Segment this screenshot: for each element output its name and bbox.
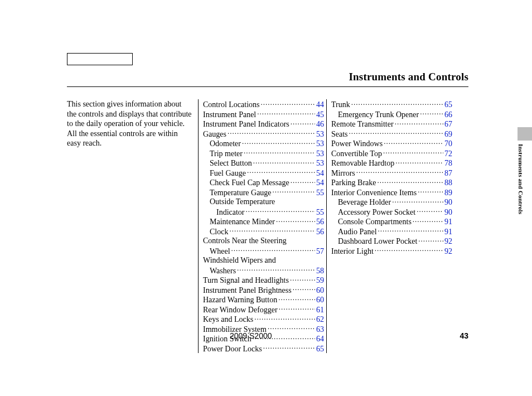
toc-entry[interactable]: Check Fuel Cap Message54 xyxy=(203,177,324,187)
toc-label: Seats xyxy=(331,129,348,139)
toc-entry[interactable]: Outside Temperature xyxy=(203,197,324,207)
toc-dots xyxy=(418,187,443,195)
toc-entry[interactable]: Hazard Warning Button60 xyxy=(203,294,324,305)
toc-entry[interactable]: Gauges53 xyxy=(203,129,324,139)
toc-page-number[interactable]: 56 xyxy=(316,217,324,227)
toc-entry[interactable]: Control Locations44 xyxy=(203,99,324,109)
toc-page-number[interactable]: 64 xyxy=(316,334,324,344)
toc-page-number[interactable]: 91 xyxy=(444,217,452,227)
toc-page-number[interactable]: 46 xyxy=(316,119,324,129)
toc-entry[interactable]: Windshield Wipers and xyxy=(203,255,324,265)
toc-label: Power Door Locks xyxy=(203,344,262,354)
toc-entry[interactable]: Instrument Panel Brightness60 xyxy=(203,285,324,295)
toc-label: Outside Temperature xyxy=(210,197,275,207)
toc-entry[interactable]: Beverage Holder90 xyxy=(331,197,452,207)
toc-page-number[interactable]: 56 xyxy=(316,227,324,237)
toc-page-number[interactable]: 69 xyxy=(444,129,452,139)
toc-entry[interactable]: Console Compartments91 xyxy=(331,216,452,226)
toc-label: Indicator xyxy=(216,207,245,218)
toc-dots xyxy=(278,294,315,302)
footer-model: 2009 S2000 xyxy=(230,331,272,340)
toc-entry[interactable]: Instrument Panel Indicators46 xyxy=(203,119,324,129)
toc-entry[interactable]: Washers58 xyxy=(203,265,324,276)
toc-page-number[interactable]: 60 xyxy=(316,286,324,296)
toc-page-number[interactable]: 65 xyxy=(316,344,324,354)
toc-page-number[interactable]: 70 xyxy=(444,139,452,149)
toc-entry[interactable]: Mirrors87 xyxy=(331,168,452,178)
toc-entry[interactable]: Accessory Power Socket90 xyxy=(331,207,452,217)
toc-page-number[interactable]: 62 xyxy=(316,315,324,325)
toc-label: Emergency Trunk Opener xyxy=(338,110,419,120)
toc-entry[interactable]: Select Button53 xyxy=(203,158,324,168)
toc-label: Instrument Panel xyxy=(203,110,256,120)
toc-page-number[interactable]: 65 xyxy=(444,100,452,110)
toc-entry[interactable]: Interior Convenience Items89 xyxy=(331,187,452,197)
header-box xyxy=(67,53,133,65)
toc-page-number[interactable]: 92 xyxy=(444,236,452,247)
toc-page-number[interactable]: 54 xyxy=(316,178,324,188)
toc-page-number[interactable]: 59 xyxy=(316,276,324,286)
toc-label: Mirrors xyxy=(331,168,355,178)
toc-page-number[interactable]: 53 xyxy=(316,139,324,149)
toc-entry[interactable]: Turn Signal and Headlights59 xyxy=(203,275,324,285)
toc-entry[interactable]: Instrument Panel45 xyxy=(203,109,324,119)
toc-entry[interactable]: Remote Transmitter67 xyxy=(331,119,452,129)
toc-page-number[interactable]: 87 xyxy=(444,168,452,178)
toc-entry[interactable]: Indicator55 xyxy=(203,207,324,217)
toc-page-number[interactable]: 53 xyxy=(316,149,324,159)
toc-entry[interactable]: Odometer53 xyxy=(203,138,324,148)
toc-dots xyxy=(383,148,443,156)
toc-entry[interactable]: Power Windows70 xyxy=(331,138,452,148)
toc-page-number[interactable]: 53 xyxy=(316,158,324,168)
toc-column-1: Control Locations44Instrument Panel45Ins… xyxy=(198,99,326,353)
toc-page-number[interactable]: 92 xyxy=(444,247,452,257)
toc-entry[interactable]: Clock56 xyxy=(203,226,324,236)
toc-page-number[interactable]: 66 xyxy=(444,110,452,120)
toc-entry[interactable]: Keys and Locks62 xyxy=(203,314,324,324)
toc-entry[interactable]: Audio Panel91 xyxy=(331,226,452,236)
toc-page-number[interactable]: 90 xyxy=(444,207,452,218)
toc-entry[interactable]: Parking Brake88 xyxy=(331,177,452,187)
toc-page-number[interactable]: 89 xyxy=(444,188,452,198)
toc-page-number[interactable]: 78 xyxy=(444,158,452,168)
toc-dots xyxy=(246,207,315,215)
toc-dots xyxy=(290,275,315,283)
toc-label: Beverage Holder xyxy=(338,197,391,207)
toc-page-number[interactable]: 55 xyxy=(316,188,324,198)
toc-entry[interactable]: Wheel57 xyxy=(203,246,324,256)
toc-page-number[interactable]: 55 xyxy=(316,207,324,218)
toc-entry[interactable]: Emergency Trunk Opener66 xyxy=(331,109,452,119)
toc-page-number[interactable]: 61 xyxy=(316,305,324,315)
toc-page-number[interactable]: 90 xyxy=(444,197,452,207)
toc-entry[interactable]: Removable Hardtop78 xyxy=(331,158,452,168)
toc-page-number[interactable]: 54 xyxy=(316,168,324,178)
toc-entry[interactable]: Interior Light92 xyxy=(331,246,452,256)
toc-entry[interactable]: Trip meter53 xyxy=(203,148,324,158)
toc-entry[interactable]: Fuel Gauge54 xyxy=(203,168,324,178)
toc-label: Dashboard Lower Pocket xyxy=(338,236,417,247)
toc-entry[interactable]: Trunk65 xyxy=(331,99,452,109)
toc-dots xyxy=(228,129,315,137)
toc-page-number[interactable]: 44 xyxy=(316,100,324,110)
toc-label: Fuel Gauge xyxy=(210,168,246,178)
toc-page-number[interactable]: 91 xyxy=(444,227,452,237)
toc-page-number[interactable]: 53 xyxy=(316,129,324,139)
toc-entry[interactable]: Rear Window Defogger61 xyxy=(203,305,324,315)
toc-page-number[interactable]: 57 xyxy=(316,247,324,257)
toc-entry[interactable]: Dashboard Lower Pocket92 xyxy=(331,236,452,246)
toc-page-number[interactable]: 88 xyxy=(444,178,452,188)
toc-page-number[interactable]: 72 xyxy=(444,149,452,159)
toc-page-number[interactable]: 45 xyxy=(316,110,324,120)
toc-entry[interactable]: Convertible Top72 xyxy=(331,148,452,158)
toc-entry[interactable]: Power Door Locks65 xyxy=(203,344,324,354)
toc-page-number[interactable]: 63 xyxy=(316,325,324,335)
toc-entry[interactable]: Temperature Gauge55 xyxy=(203,187,324,197)
toc-page-number[interactable]: 60 xyxy=(316,295,324,305)
toc-dots xyxy=(395,158,443,166)
toc-label: Parking Brake xyxy=(331,178,376,188)
toc-page-number[interactable]: 67 xyxy=(444,119,452,129)
toc-entry[interactable]: Seats69 xyxy=(331,129,452,139)
toc-page-number[interactable]: 58 xyxy=(316,266,324,276)
toc-entry[interactable]: Controls Near the Steering xyxy=(203,236,324,246)
toc-entry[interactable]: Maintenance Minder56 xyxy=(203,216,324,226)
